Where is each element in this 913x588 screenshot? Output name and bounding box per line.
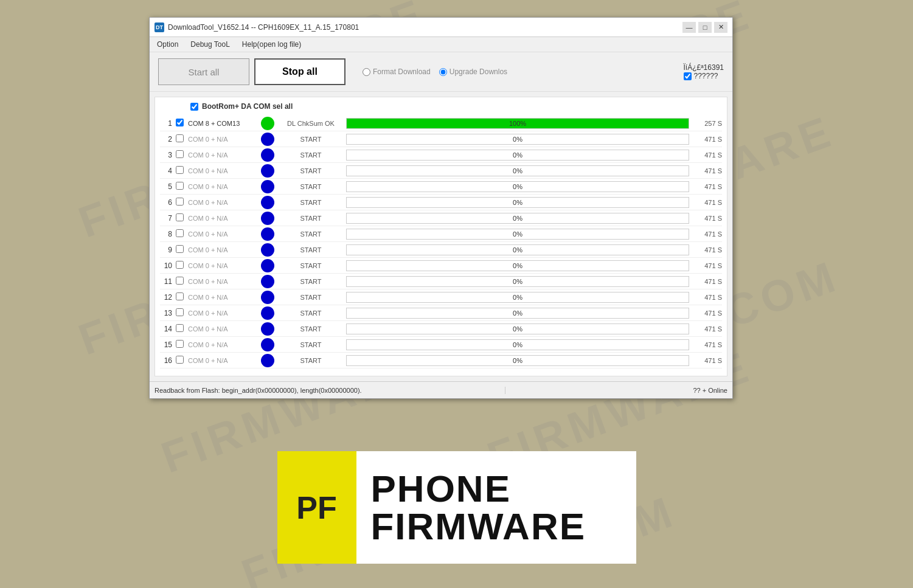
row-progress-9: 0% [346,244,689,255]
title-bar-left: DT DownloadTool_V1652.14 -- CPH1609EX_11… [154,22,359,32]
select-all-checkbox[interactable] [190,103,198,111]
row-checkbox-14[interactable] [176,324,184,332]
start-all-button[interactable]: Start all [158,58,249,85]
row-num-12: 12 [160,293,176,302]
row-progress-7: 0% [346,213,689,224]
row-com-4: COM 0 + N/A [188,167,261,175]
row-indicator-6 [261,196,274,209]
row-progress-16: 0% [346,355,689,366]
menu-bar: Option Debug TooL Help(open log file) [150,37,732,52]
row-progress-15: 0% [346,339,689,350]
row-com-1: COM 8 + COM13 [188,120,261,127]
menu-option[interactable]: Option [154,39,181,50]
select-all-row: BootRom+ DA COM sel all [160,102,722,111]
row-progress-text-8: 0% [347,229,689,239]
maximize-button[interactable]: □ [698,22,712,33]
device-row-12: 12 COM 0 + N/A START 0% 471 S [160,289,722,305]
row-time-6: 471 S [694,199,722,206]
row-num-1: 1 [160,119,176,128]
row-status-7: START [280,215,341,222]
row-com-11: COM 0 + N/A [188,278,261,285]
row-num-11: 11 [160,277,176,286]
row-com-8: COM 0 + N/A [188,230,261,238]
row-time-16: 471 S [694,357,722,364]
row-num-15: 15 [160,341,176,349]
checkbox-label: ?????? [694,72,718,80]
row-progress-text-15: 0% [347,340,689,350]
row-checkbox-7[interactable] [176,213,184,221]
menu-help[interactable]: Help(open log file) [240,39,304,50]
logo-text-block: PHONE FIRMWARE [356,470,586,545]
row-num-5: 5 [160,182,176,191]
device-row-8: 8 COM 0 + N/A START 0% 471 S [160,226,722,242]
row-checkbox-16[interactable] [176,356,184,364]
menu-debug-tool[interactable]: Debug TooL [188,39,232,50]
checkbox-option[interactable] [684,72,692,80]
row-checkbox-12[interactable] [176,292,184,300]
row-status-4: START [280,167,341,175]
row-checkbox-1[interactable] [176,119,184,126]
row-checkbox-10[interactable] [176,261,184,269]
row-checkbox-6[interactable] [176,198,184,206]
row-com-14: COM 0 + N/A [188,325,261,333]
row-time-7: 471 S [694,215,722,222]
row-num-14: 14 [160,325,176,333]
row-com-6: COM 0 + N/A [188,199,261,206]
format-download-radio[interactable] [363,68,370,76]
row-progress-text-12: 0% [347,292,689,302]
row-indicator-14 [261,322,274,336]
row-checkbox-11[interactable] [176,277,184,285]
stop-all-button[interactable]: Stop all [254,58,345,85]
row-num-7: 7 [160,214,176,223]
upgrade-download-radio[interactable] [439,68,447,76]
row-status-15: START [280,341,341,348]
logo-firmware-text: FIRMWARE [371,508,586,545]
row-time-10: 471 S [694,262,722,269]
device-list: 1 COM 8 + COM13 DL ChkSum OK 100% 257 S … [160,116,722,368]
row-checkbox-2[interactable] [176,134,184,142]
row-status-10: START [280,262,341,269]
main-window: DT DownloadTool_V1652.14 -- CPH1609EX_11… [149,17,733,399]
format-download-label[interactable]: Format Download [363,67,431,76]
row-status-13: START [280,310,341,317]
row-status-8: START [280,230,341,238]
row-num-9: 9 [160,246,176,254]
row-checkbox-13[interactable] [176,308,184,316]
select-all-label: BootRom+ DA COM sel all [202,102,293,111]
row-num-3: 3 [160,151,176,159]
row-com-13: COM 0 + N/A [188,310,261,317]
upgrade-download-label[interactable]: Upgrade Downlos [439,67,507,76]
row-com-16: COM 0 + N/A [188,357,261,364]
row-indicator-13 [261,306,274,320]
status-right: ?? + Online [688,387,732,394]
row-checkbox-15[interactable] [176,340,184,348]
row-com-9: COM 0 + N/A [188,246,261,254]
row-progress-text-1: 100% [347,119,689,128]
minimize-button[interactable]: — [682,22,696,33]
row-checkbox-5[interactable] [176,182,184,190]
row-num-16: 16 [160,356,176,365]
row-indicator-5 [261,180,274,193]
toolbar: Start all Stop all Format Download Upgra… [150,52,732,92]
row-com-3: COM 0 + N/A [188,151,261,159]
row-checkbox-4[interactable] [176,166,184,174]
close-button[interactable]: ✕ [714,22,727,33]
row-status-12: START [280,294,341,301]
row-checkbox-8[interactable] [176,229,184,237]
row-checkbox-9[interactable] [176,245,184,253]
row-time-13: 471 S [694,310,722,317]
row-time-4: 471 S [694,167,722,175]
row-indicator-11 [261,275,274,288]
row-progress-12: 0% [346,292,689,303]
row-progress-text-2: 0% [347,134,689,144]
row-progress-2: 0% [346,134,689,145]
row-indicator-1 [261,117,274,130]
row-com-7: COM 0 + N/A [188,215,261,222]
row-com-15: COM 0 + N/A [188,341,261,348]
device-row-10: 10 COM 0 + N/A START 0% 471 S [160,258,722,274]
window-title: DownloadTool_V1652.14 -- CPH1609EX_11_A.… [168,23,359,32]
right-info: ÏíÁ¿£ª16391 ?????? [684,63,724,80]
row-progress-text-11: 0% [347,277,689,286]
row-checkbox-3[interactable] [176,150,184,158]
device-row-7: 7 COM 0 + N/A START 0% 471 S [160,210,722,226]
